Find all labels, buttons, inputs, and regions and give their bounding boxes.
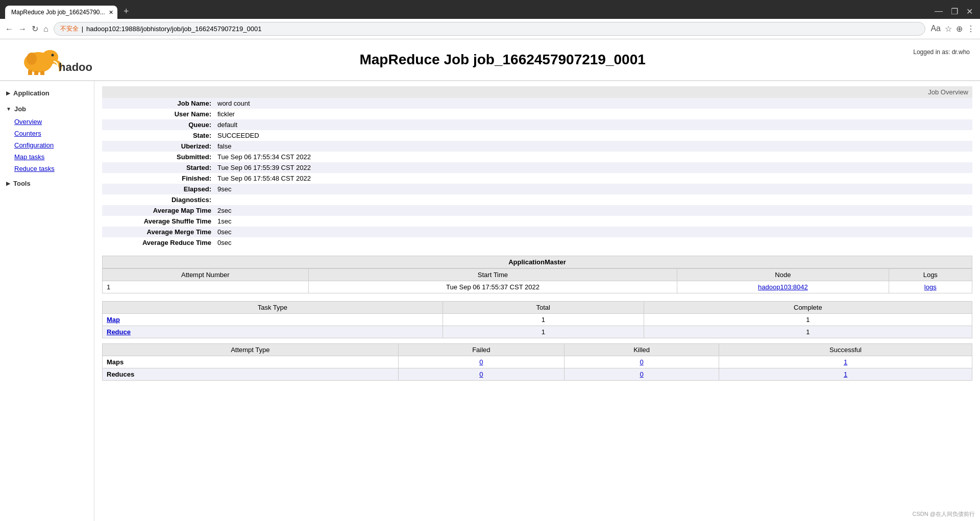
sidebar-item-configuration[interactable]: Configuration [0,139,94,151]
hadoop-logo: hadoop [10,44,92,75]
task-map-total: 1 [443,314,644,326]
reader-icon[interactable]: Aa [930,24,941,34]
browser-icon3[interactable]: ⋮ [967,24,975,34]
browser-chrome: MapReduce Job job_166245790... ✕ + — ❐ ✕ [0,0,980,19]
elapsed-label: Elapsed: [102,184,214,194]
am-title: ApplicationMaster [102,256,972,268]
avg-map-label: Average Map Time [102,205,214,216]
am-col-node: Node [677,269,889,281]
reduces-killed-link[interactable]: 0 [640,370,643,378]
tab-close-icon[interactable]: ✕ [109,9,113,16]
reduces-failed-link[interactable]: 0 [479,370,483,378]
page-title: MapReduce Job job_1662457907219_0001 [92,52,913,68]
attempt-reduces-type: Reduces [103,368,399,381]
close-button[interactable]: ✕ [964,7,975,16]
task-map-type: Map [103,314,443,326]
avg-map-row: Average Map Time 2sec [102,205,972,216]
am-node: hadoop103:8042 [677,281,889,293]
forward-button[interactable]: → [18,24,27,34]
reload-button[interactable]: ↻ [32,24,38,34]
am-table: Attempt Number Start Time Node Logs 1 Tu… [102,268,972,293]
job-name-row: Job Name: word count [102,98,972,109]
elapsed-row: Elapsed: 9sec [102,184,972,194]
sidebar-item-counters[interactable]: Counters [0,128,94,139]
url-separator: | [82,25,83,33]
attempt-maps-successful: 1 [719,356,972,368]
sidebar-job-header[interactable]: ▼ Job [0,102,94,116]
task-reduce-total: 1 [443,326,644,338]
maximize-button[interactable]: ❐ [949,7,960,16]
avg-map-value: 2sec [214,205,972,216]
home-button[interactable]: ⌂ [43,24,48,34]
am-header-row: Attempt Number Start Time Node Logs [103,269,972,281]
maps-successful-link[interactable]: 1 [844,358,847,366]
attempt-killed-col: Killed [565,344,719,356]
overview-header-row: Job Overview [102,86,972,98]
browser-icon2[interactable]: ⊕ [956,24,963,34]
application-label: Application [13,89,50,97]
application-master-section: ApplicationMaster Attempt Number Start T… [102,256,972,293]
state-row: State: SUCCEEDED [102,130,972,141]
application-arrow-icon: ▶ [6,90,10,96]
active-tab[interactable]: MapReduce Job job_166245790... ✕ [5,6,117,19]
task-type-table: Task Type Total Complete Map 1 1 Reduce … [102,301,972,338]
maps-failed-link[interactable]: 0 [479,358,483,366]
queue-label: Queue: [102,119,214,130]
sidebar-application-header[interactable]: ▶ Application [0,86,94,100]
attempt-failed-col: Failed [398,344,564,356]
diagnostics-label: Diagnostics: [102,194,214,205]
back-button[interactable]: ← [5,24,13,34]
minimize-button[interactable]: — [933,7,945,16]
tab-bar: MapReduce Job job_166245790... ✕ + [5,4,928,19]
attempt-type-col: Attempt Type [103,344,399,356]
maps-killed-link[interactable]: 0 [640,358,643,366]
job-arrow-icon: ▼ [6,106,11,112]
sidebar-section-tools: ▶ Tools [0,177,94,190]
am-col-attempt: Attempt Number [103,269,309,281]
reduce-link[interactable]: Reduce [107,328,131,336]
avg-reduce-label: Average Reduce Time [102,237,214,248]
user-name-value: fickler [214,109,972,119]
sidebar-item-map-tasks[interactable]: Map tasks [0,151,94,163]
started-value: Tue Sep 06 17:55:39 CST 2022 [214,162,972,173]
task-type-col: Task Type [103,302,443,314]
sidebar-item-reduce-tasks[interactable]: Reduce tasks [0,163,94,175]
browser-icon1[interactable]: ☆ [945,24,952,34]
reduces-successful-link[interactable]: 1 [844,370,847,378]
am-logs-link[interactable]: logs [924,283,937,291]
job-name-label: Job Name: [102,98,214,109]
queue-value: default [214,119,972,130]
attempt-type-table: Attempt Type Failed Killed Successful Ma… [102,343,972,381]
am-data-row: 1 Tue Sep 06 17:55:37 CST 2022 hadoop103… [103,281,972,293]
uberized-row: Uberized: false [102,141,972,152]
attempt-successful-col: Successful [719,344,972,356]
sidebar-tools-header[interactable]: ▶ Tools [0,177,94,190]
main-content: Job Overview Job Name: word count User N… [94,81,980,521]
logo-svg: hadoop [10,44,92,75]
task-map-complete: 1 [644,314,972,326]
avg-merge-label: Average Merge Time [102,227,214,237]
attempt-maps-type: Maps [103,356,399,368]
submitted-label: Submitted: [102,152,214,162]
attempt-maps-killed: 0 [565,356,719,368]
attempt-reduces-failed: 0 [398,368,564,381]
am-node-link[interactable]: hadoop103:8042 [758,283,808,291]
new-tab-button[interactable]: + [119,4,133,19]
map-link[interactable]: Map [107,316,120,324]
url-box[interactable]: 不安全 | hadoop102:19888/jobhistory/job/job… [54,22,926,36]
svg-text:hadoop: hadoop [59,61,92,73]
tools-label: Tools [13,180,31,187]
started-label: Started: [102,162,214,173]
user-name-label: User Name: [102,109,214,119]
state-label: State: [102,130,214,141]
url-text: hadoop102:19888/jobhistory/job/job_16624… [86,25,261,33]
am-attempt-number: 1 [103,281,309,293]
job-name-value: word count [214,98,972,109]
sidebar: ▶ Application ▼ Job Overview Counters Co… [0,81,94,521]
address-bar: ← → ↻ ⌂ 不安全 | hadoop102:19888/jobhistory… [0,19,980,39]
task-map-row: Map 1 1 [103,314,972,326]
sidebar-section-job: ▼ Job Overview Counters Configuration Ma… [0,102,94,175]
sidebar-item-overview[interactable]: Overview [0,116,94,128]
attempt-type-section: Attempt Type Failed Killed Successful Ma… [102,343,972,381]
tab-title: MapReduce Job job_166245790... [11,9,105,16]
